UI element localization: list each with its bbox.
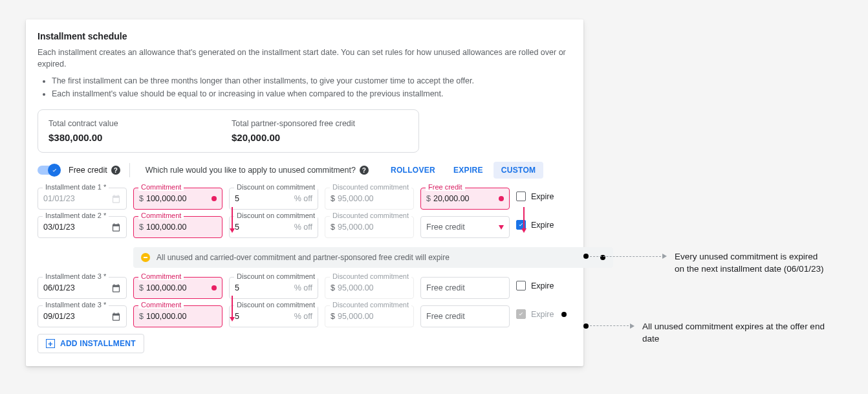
field-label: Discounted commitment (330, 272, 411, 280)
date-value: 03/01/23 (43, 223, 75, 232)
currency-prefix: $ (139, 223, 144, 232)
expire-label: Expire (531, 221, 554, 230)
free-credit-input[interactable]: Free credit (420, 277, 510, 299)
field-label: Discount on commitment (234, 272, 318, 280)
plus-icon: + (46, 339, 55, 348)
expire-banner: All unused and carried-over commitment a… (133, 247, 613, 268)
discount-input[interactable]: 5% off (229, 216, 318, 238)
free-credit-value: 20,000.00 (433, 194, 470, 203)
free-credit-toggle[interactable] (38, 166, 60, 175)
date-input[interactable]: 09/01/23 (38, 305, 127, 327)
bullet-icon (583, 254, 589, 259)
discounted-commitment-value-box: $95,000.00 (325, 277, 414, 299)
discount-value: 5 (235, 223, 239, 232)
pct-off-suffix: % off (290, 312, 312, 321)
date-input: 01/01/23 (38, 188, 127, 210)
currency-prefix: $ (139, 194, 144, 203)
date-value: 06/01/23 (43, 283, 75, 292)
installment-row: Installment date 1 *01/01/23Commitment$1… (38, 188, 572, 210)
calendar-icon[interactable] (111, 283, 121, 293)
discount-input[interactable]: 5% off (229, 188, 318, 210)
rule-question: Which rule would you like to apply to un… (139, 166, 369, 175)
discounted-commitment-field: Discounted commitment$95,000.00 (325, 305, 414, 327)
tab-custom[interactable]: CUSTOM (494, 162, 544, 179)
installment-card: Installment schedule Each installment cr… (26, 19, 583, 366)
commitment-field: Commitment$100,000.00 (133, 188, 222, 210)
tab-expire[interactable]: EXPIRE (446, 162, 491, 179)
expire-label: Expire (531, 192, 554, 201)
field-label: Commitment (138, 212, 184, 219)
field-label: Commitment (138, 272, 184, 280)
field-label: Installment date 3 * (43, 272, 109, 280)
commitment-field: Commitment$100,000.00 (133, 216, 222, 238)
date-input[interactable]: 03/01/23 (38, 216, 127, 238)
divider (129, 163, 130, 177)
free-credit-input[interactable]: Free credit (420, 216, 510, 238)
free-credit-field: Free credit (420, 216, 510, 238)
free-credit-input[interactable]: $20,000.00 (420, 188, 510, 210)
check-icon (51, 167, 58, 174)
tab-rollover[interactable]: ROLLOVER (383, 162, 443, 179)
rule-item: The first installment can be three month… (52, 75, 572, 87)
free-credit-placeholder: Free credit (426, 312, 465, 321)
rules-list: The first installment can be three month… (38, 75, 572, 100)
expire-cell: Expire (516, 188, 554, 201)
calendar-icon (111, 194, 121, 204)
free-credit-input[interactable]: Free credit (420, 305, 510, 327)
installment-date-field: Installment date 3 *06/01/23 (38, 277, 127, 299)
commitment-input[interactable]: $100,000.00 (133, 216, 222, 238)
commitment-input[interactable]: $100,000.00 (133, 277, 222, 299)
commitment-input[interactable]: $100,000.00 (133, 305, 222, 327)
discounted-commitment-field: Discounted commitment$95,000.00 (325, 216, 414, 238)
total-free-credit-value: $20,000.00 (232, 132, 408, 143)
help-icon[interactable]: ? (111, 166, 120, 175)
expire-checkbox[interactable] (516, 281, 526, 290)
arrow-icon (229, 296, 235, 322)
date-value: 09/01/23 (43, 312, 75, 321)
commitment-value: 100,000.00 (146, 194, 187, 203)
calendar-icon[interactable] (111, 223, 121, 232)
annotation: All unused commitment expires at the off… (583, 321, 829, 345)
discount-input[interactable]: 5% off (229, 305, 318, 327)
expire-label: Expire (531, 310, 554, 319)
discounted-commitment-field: Discounted commitment$95,000.00 (325, 277, 414, 299)
commitment-value: 100,000.00 (146, 283, 187, 292)
discount-value: 5 (235, 312, 239, 321)
installment-date-field: Installment date 3 *09/01/23 (38, 305, 127, 327)
highlight-dot-icon (499, 196, 504, 201)
discount-field: Discount on commitment5% off (229, 216, 318, 238)
arrowhead-icon (499, 225, 504, 230)
total-free-credit-label: Total partner-sponsored free credit (232, 119, 408, 128)
field-label: Installment date 3 * (43, 301, 109, 309)
rule-item: Each installment's value should be equal… (52, 88, 572, 100)
commitment-input[interactable]: $100,000.00 (133, 188, 222, 210)
expire-checkbox[interactable] (516, 192, 526, 201)
arrow-icon (229, 207, 235, 233)
commitment-value: 100,000.00 (146, 223, 187, 232)
discount-input[interactable]: 5% off (229, 277, 318, 299)
discounted-commitment-field: Discounted commitment$95,000.00 (325, 188, 414, 210)
highlight-dot-icon (212, 285, 217, 290)
commitment-field: Commitment$100,000.00 (133, 305, 222, 327)
summary-box: Total contract value $380,000.00 Total p… (38, 109, 419, 153)
expire-cell: Expire (516, 277, 554, 290)
free-credit-placeholder: Free credit (426, 223, 465, 232)
page-title: Installment schedule (38, 31, 572, 41)
free-credit-field: Free credit (420, 305, 510, 327)
free-credit-label: Free credit ? (69, 166, 120, 175)
help-icon[interactable]: ? (360, 166, 369, 175)
banner-text: All unused and carried-over commitment a… (157, 253, 450, 262)
calendar-icon[interactable] (111, 312, 121, 322)
installment-row: Installment date 2 *03/01/23Commitment$1… (38, 216, 572, 238)
discounted-commitment-value-box: $95,000.00 (325, 305, 414, 327)
field-label: Discount on commitment (234, 183, 318, 191)
add-installment-button[interactable]: + ADD INSTALLMENT (38, 334, 144, 353)
discount-field: Discount on commitment5% off (229, 305, 318, 327)
currency-prefix: $ (331, 312, 335, 321)
discount-value: 5 (235, 194, 239, 203)
currency-prefix: $ (139, 312, 144, 321)
discounted-value: 95,000.00 (338, 312, 374, 321)
currency-prefix: $ (426, 194, 431, 203)
date-input[interactable]: 06/01/23 (38, 277, 127, 299)
field-label: Installment date 2 * (43, 212, 109, 219)
